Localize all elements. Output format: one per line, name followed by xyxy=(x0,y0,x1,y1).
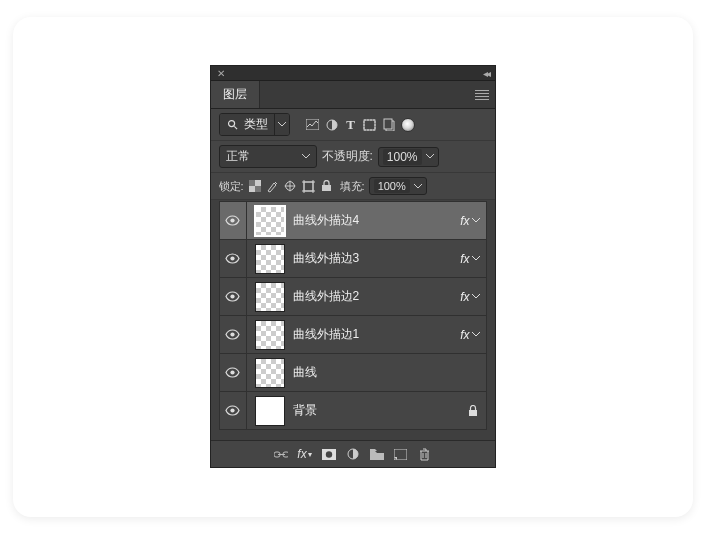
close-icon[interactable]: ✕ xyxy=(217,68,225,79)
visibility-eye-icon[interactable] xyxy=(220,392,247,429)
lock-position-icon[interactable] xyxy=(284,179,298,193)
layer-name[interactable]: 曲线外描边1 xyxy=(293,326,461,343)
svg-point-0 xyxy=(229,121,235,127)
chevron-down-icon[interactable] xyxy=(472,256,480,261)
tab-layers[interactable]: 图层 xyxy=(211,81,260,108)
panel-bottom-bar: fx▾ xyxy=(211,440,495,467)
layer-name[interactable]: 曲线外描边2 xyxy=(293,288,461,305)
svg-point-17 xyxy=(230,256,234,260)
blend-row: 正常 不透明度: 100% xyxy=(211,141,495,173)
lock-row: 锁定: 填充: 100% xyxy=(211,173,495,200)
svg-rect-4 xyxy=(364,120,375,130)
svg-point-19 xyxy=(230,332,234,336)
svg-rect-9 xyxy=(255,186,261,192)
lock-pixels-icon[interactable] xyxy=(266,179,280,193)
filter-pixel-icon[interactable] xyxy=(306,118,320,132)
filter-toggle-icon[interactable] xyxy=(401,118,415,132)
svg-rect-2 xyxy=(306,119,319,130)
fx-indicator[interactable]: fx xyxy=(460,328,469,342)
layer-name[interactable]: 背景 xyxy=(293,402,468,419)
svg-rect-15 xyxy=(322,185,331,191)
svg-rect-5 xyxy=(364,120,375,130)
svg-rect-8 xyxy=(249,180,255,186)
filter-adjustment-icon[interactable] xyxy=(325,118,339,132)
visibility-eye-icon[interactable] xyxy=(220,202,247,239)
search-icon xyxy=(226,118,240,132)
svg-point-20 xyxy=(230,370,234,374)
fx-indicator[interactable]: fx xyxy=(460,214,469,228)
lock-icon[interactable] xyxy=(468,405,478,417)
layer-row[interactable]: 背景 xyxy=(219,391,487,430)
layers-panel: ✕ ◂◂ 图层 类型 T xyxy=(211,66,495,467)
link-layers-icon[interactable] xyxy=(274,447,288,461)
visibility-eye-icon[interactable] xyxy=(220,316,247,353)
filter-type-label: 类型 xyxy=(244,116,268,133)
lock-artboard-icon[interactable] xyxy=(302,179,316,193)
layer-thumbnail[interactable] xyxy=(255,396,285,426)
chevron-down-icon xyxy=(414,184,422,189)
svg-point-18 xyxy=(230,294,234,298)
chevron-down-icon xyxy=(426,154,434,159)
layers-list: 曲线外描边4fx曲线外描边3fx曲线外描边2fx曲线外描边1fx曲线背景 xyxy=(211,200,495,440)
svg-point-16 xyxy=(230,218,234,222)
fill-label: 填充: xyxy=(340,179,365,194)
lock-transparency-icon[interactable] xyxy=(248,179,262,193)
layer-thumbnail[interactable] xyxy=(255,282,285,312)
svg-rect-22 xyxy=(469,410,477,416)
filter-smartobject-icon[interactable] xyxy=(382,118,396,132)
visibility-eye-icon[interactable] xyxy=(220,354,247,391)
chevron-down-icon[interactable] xyxy=(472,332,480,337)
filter-row: 类型 T xyxy=(211,109,495,141)
opacity-label: 不透明度: xyxy=(322,148,373,165)
opacity-select[interactable]: 100% xyxy=(378,147,439,167)
svg-line-1 xyxy=(234,126,237,129)
panel-tab-strip: 图层 xyxy=(211,81,495,109)
layer-row[interactable]: 曲线 xyxy=(219,353,487,392)
filter-type-select[interactable]: 类型 xyxy=(219,113,290,136)
new-group-icon[interactable] xyxy=(370,447,384,461)
layer-row[interactable]: 曲线外描边4fx xyxy=(219,201,487,240)
layer-thumbnail[interactable] xyxy=(255,320,285,350)
visibility-eye-icon[interactable] xyxy=(220,278,247,315)
svg-point-27 xyxy=(325,451,331,457)
opacity-value: 100% xyxy=(383,149,422,165)
new-layer-icon[interactable] xyxy=(394,447,408,461)
blend-mode-value: 正常 xyxy=(226,148,250,165)
chevron-down-icon xyxy=(274,114,289,135)
chevron-down-icon[interactable] xyxy=(472,294,480,299)
svg-point-21 xyxy=(230,408,234,412)
filter-type-text-icon[interactable]: T xyxy=(344,118,358,132)
layer-thumbnail[interactable] xyxy=(255,244,285,274)
svg-rect-6 xyxy=(384,119,392,129)
chevron-down-icon xyxy=(302,154,310,159)
layer-row[interactable]: 曲线外描边3fx xyxy=(219,239,487,278)
panel-menu-icon[interactable] xyxy=(475,90,489,100)
layer-name[interactable]: 曲线外描边3 xyxy=(293,250,461,267)
fill-value: 100% xyxy=(374,179,410,193)
fill-select[interactable]: 100% xyxy=(369,177,427,195)
lock-label: 锁定: xyxy=(219,179,244,194)
adjustment-layer-icon[interactable] xyxy=(346,447,360,461)
layer-thumbnail[interactable] xyxy=(255,206,285,236)
fx-indicator[interactable]: fx xyxy=(460,290,469,304)
layer-name[interactable]: 曲线外描边4 xyxy=(293,212,461,229)
delete-layer-icon[interactable] xyxy=(418,447,432,461)
visibility-eye-icon[interactable] xyxy=(220,240,247,277)
blend-mode-select[interactable]: 正常 xyxy=(219,145,317,168)
collapse-icon[interactable]: ◂◂ xyxy=(483,68,489,79)
chevron-down-icon[interactable] xyxy=(472,218,480,223)
layer-row[interactable]: 曲线外描边1fx xyxy=(219,315,487,354)
tab-label: 图层 xyxy=(223,87,247,101)
layer-style-icon[interactable]: fx▾ xyxy=(298,447,312,461)
layer-name[interactable]: 曲线 xyxy=(293,364,486,381)
layer-row[interactable]: 曲线外描边2fx xyxy=(219,277,487,316)
lock-all-icon[interactable] xyxy=(320,179,334,193)
svg-rect-10 xyxy=(304,182,313,191)
fx-indicator[interactable]: fx xyxy=(460,252,469,266)
layer-thumbnail[interactable] xyxy=(255,358,285,388)
filter-shape-icon[interactable] xyxy=(363,118,377,132)
layer-mask-icon[interactable] xyxy=(322,447,336,461)
panel-top-strip: ✕ ◂◂ xyxy=(211,66,495,81)
